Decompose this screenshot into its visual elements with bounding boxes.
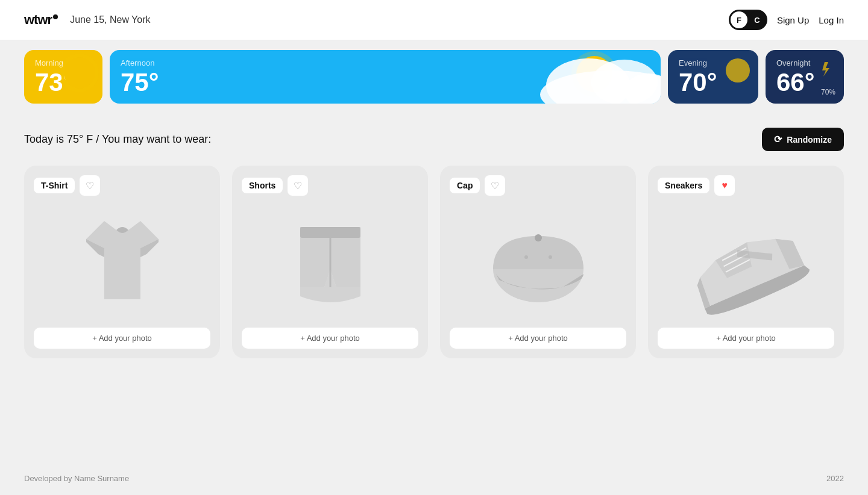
cap-card-header: Cap ♡	[450, 175, 626, 196]
clothing-grid: T-Shirt ♡ + Add your photo Shorts ♡	[24, 166, 844, 358]
afternoon-card: Afternoon 75°	[110, 50, 661, 104]
unit-c-button[interactable]: C	[749, 11, 766, 28]
shorts-card-header: Shorts ♡	[242, 175, 418, 196]
tshirt-label: T-Shirt	[34, 178, 75, 193]
sneakers-image	[658, 203, 834, 323]
footer-year: 2022	[826, 474, 844, 483]
evening-sun-icon	[726, 58, 750, 82]
shorts-like-button[interactable]: ♡	[288, 175, 308, 196]
randomize-label: Randomize	[787, 135, 832, 145]
cap-card: Cap ♡ + Add your photo	[440, 166, 636, 358]
cap-image	[450, 203, 626, 323]
randomize-icon: ⟳	[774, 134, 782, 145]
tshirt-card: T-Shirt ♡ + Add your photo	[24, 166, 220, 358]
date-label: June 15, New York	[70, 14, 150, 25]
shorts-add-photo-button[interactable]: + Add your photo	[242, 328, 418, 349]
cap-add-photo-button[interactable]: + Add your photo	[450, 328, 626, 349]
sneakers-label: Sneakers	[658, 178, 709, 193]
login-link[interactable]: Log In	[819, 15, 844, 25]
tshirt-image	[34, 203, 210, 323]
header-right: F C Sign Up Log In	[729, 10, 844, 30]
tshirt-svg	[62, 209, 183, 317]
evening-card: Evening 70°	[668, 50, 758, 104]
unit-f-button[interactable]: F	[731, 11, 747, 28]
cap-like-button[interactable]: ♡	[485, 175, 505, 196]
randomize-button[interactable]: ⟳ Randomize	[762, 128, 844, 151]
overnight-card: Overnight 66° 70%	[766, 50, 844, 104]
sneakers-svg	[668, 209, 825, 317]
shorts-card: Shorts ♡ + Add your photo	[232, 166, 428, 358]
morning-card: Morning 73°	[24, 50, 102, 104]
weather-strip: Morning 73° Afternoon 75° Evening 70° Ov…	[0, 40, 868, 113]
shorts-image	[242, 203, 418, 323]
cap-svg	[472, 209, 605, 317]
overnight-icon	[814, 58, 835, 80]
tshirt-card-header: T-Shirt ♡	[34, 175, 210, 196]
header: wtwr June 15, New York F C Sign Up Log I…	[0, 0, 868, 40]
logo: wtwr	[24, 12, 58, 28]
cloud-icon	[492, 50, 661, 104]
sneakers-card-header: Sneakers ♥	[658, 175, 834, 196]
cap-label: Cap	[450, 178, 480, 193]
svg-point-7	[535, 234, 542, 241]
morning-sun-icon	[64, 57, 95, 89]
footer-credit: Developed by Name Surname	[24, 474, 129, 483]
svg-rect-4	[300, 227, 360, 238]
tshirt-like-button[interactable]: ♡	[80, 175, 100, 196]
unit-toggle[interactable]: F C	[729, 10, 767, 30]
sneakers-like-button[interactable]: ♥	[714, 175, 735, 196]
footer: Developed by Name Surname 2022	[0, 462, 868, 495]
svg-point-9	[549, 255, 552, 259]
svg-point-8	[524, 255, 528, 259]
tshirt-add-photo-button[interactable]: + Add your photo	[34, 328, 210, 349]
signup-link[interactable]: Sign Up	[777, 15, 809, 25]
suggestion-text: Today is 75° F / You may want to wear:	[24, 133, 211, 146]
main-content: Today is 75° F / You may want to wear: ⟳…	[0, 113, 868, 462]
sneakers-card: Sneakers ♥	[648, 166, 844, 358]
sneakers-add-photo-button[interactable]: + Add your photo	[658, 328, 834, 349]
shorts-svg	[270, 209, 391, 317]
rain-percent: 70%	[821, 88, 835, 96]
shorts-label: Shorts	[242, 178, 283, 193]
suggestion-header: Today is 75° F / You may want to wear: ⟳…	[24, 128, 844, 151]
